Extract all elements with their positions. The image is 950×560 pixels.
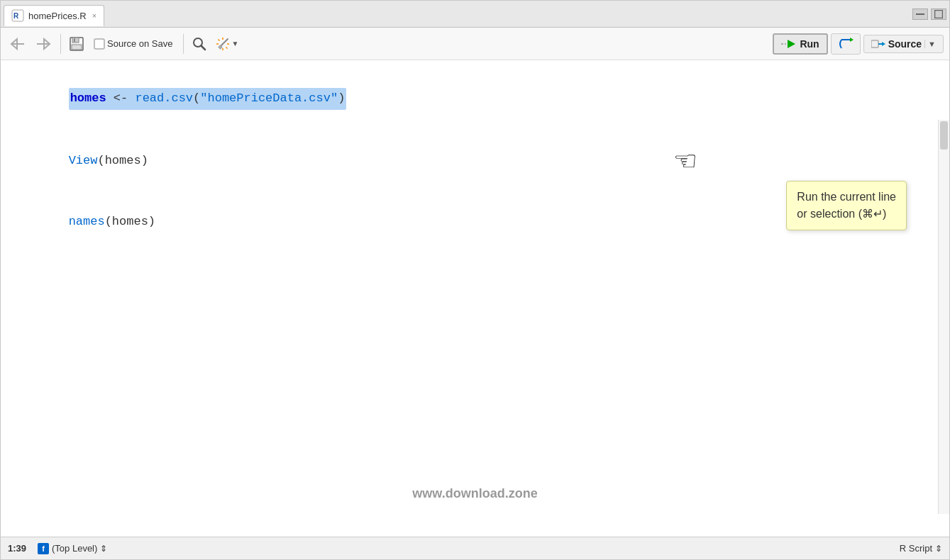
checkbox-icon <box>94 38 105 50</box>
source-on-save-label: Source on Save <box>107 38 173 49</box>
minimize-icon <box>916 13 924 16</box>
maximize-icon <box>934 10 943 18</box>
script-type: R Script <box>900 543 932 554</box>
code-line-1: homes <- read.csv("homePriceData.csv") <box>11 67 935 130</box>
svg-line-14 <box>201 45 205 50</box>
source-label: Source <box>888 38 922 50</box>
editor-main: homes <- read.csv("homePriceData.csv") V… <box>1 60 949 537</box>
svg-rect-11 <box>74 38 75 42</box>
save-button[interactable] <box>67 34 87 54</box>
scrollbar[interactable] <box>938 120 949 514</box>
wand-icon <box>215 36 231 52</box>
divider-2 <box>183 34 184 54</box>
svg-marker-26 <box>850 38 854 42</box>
level-arrows: ⇕ <box>100 544 107 554</box>
divider-1 <box>60 34 61 54</box>
r-file-icon: R <box>11 9 24 22</box>
svg-rect-27 <box>871 40 878 47</box>
svg-rect-2 <box>916 13 924 15</box>
save-icon <box>69 36 84 52</box>
svg-rect-12 <box>94 39 104 49</box>
function-level[interactable]: f (Top Level) ⇕ <box>38 543 107 554</box>
forward-button[interactable] <box>32 34 55 54</box>
code-tools-button[interactable]: ▼ <box>212 35 242 53</box>
code-line-3: names(homes) <box>11 191 935 253</box>
script-type-arrows: ⇕ <box>935 544 942 554</box>
svg-rect-10 <box>72 45 82 50</box>
svg-rect-3 <box>935 10 943 18</box>
svg-rect-9 <box>72 38 79 43</box>
maximize-button[interactable] <box>931 9 946 20</box>
watermark: www.download.zone <box>412 486 537 501</box>
rerun-button[interactable] <box>831 33 861 55</box>
source-arrow-icon <box>871 38 885 50</box>
code-editor[interactable]: homes <- read.csv("homePriceData.csv") V… <box>1 60 949 537</box>
source-dropdown-arrow[interactable]: ▼ <box>924 40 936 48</box>
back-icon <box>10 38 26 50</box>
search-button[interactable] <box>189 34 209 54</box>
code-line-2: View(homes) <box>11 130 935 192</box>
scroll-thumb[interactable] <box>940 121 948 150</box>
dropdown-arrow-tools: ▼ <box>232 40 239 47</box>
svg-line-21 <box>221 39 228 46</box>
source-button[interactable]: Source ▼ <box>863 35 944 53</box>
cursor-position: 1:39 <box>8 543 26 554</box>
source-on-save-button[interactable]: Source on Save <box>89 35 177 52</box>
tab-bar: R homePrices.R × <box>1 1 949 28</box>
search-icon <box>192 36 207 52</box>
selected-text: homes <- read.csv("homePriceData.csv") <box>69 88 347 110</box>
back-button[interactable] <box>6 34 29 54</box>
svg-line-20 <box>226 47 227 48</box>
status-bar: 1:39 f (Top Level) ⇕ R Script ⇕ <box>1 537 949 559</box>
svg-marker-29 <box>882 42 885 46</box>
file-tab[interactable]: R homePrices.R × <box>4 5 104 26</box>
tab-filename: homePrices.R <box>28 11 87 21</box>
toolbar: Source on Save ▼ <box>1 28 949 60</box>
tab-close-button[interactable]: × <box>92 11 96 20</box>
svg-line-19 <box>218 39 219 40</box>
forward-icon <box>35 38 51 50</box>
rerun-icon <box>837 37 854 51</box>
function-icon: f <box>38 543 49 554</box>
level-label: (Top Level) <box>52 543 97 554</box>
script-type-area[interactable]: R Script ⇕ <box>900 543 942 554</box>
run-arrow-icon <box>781 38 797 50</box>
minimize-button[interactable] <box>912 9 928 20</box>
run-button[interactable]: Run <box>773 33 827 55</box>
run-label: Run <box>800 38 819 50</box>
svg-marker-24 <box>788 40 795 48</box>
editor-container: R homePrices.R × <box>0 0 950 560</box>
window-controls <box>912 9 946 20</box>
svg-text:R: R <box>13 12 19 20</box>
